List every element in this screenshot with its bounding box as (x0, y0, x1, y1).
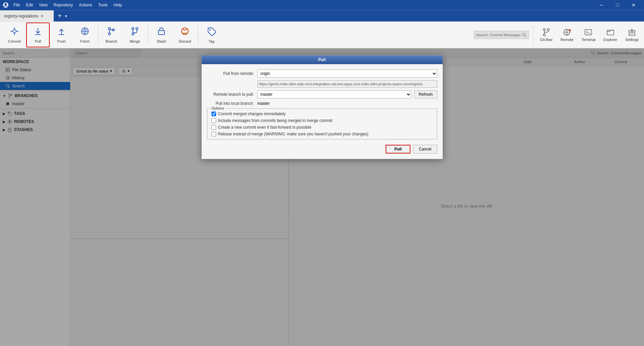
menu-edit[interactable]: Edit (23, 2, 36, 8)
branch-label: Branch (106, 39, 117, 43)
app-logo-icon (3, 2, 9, 8)
settings-button[interactable]: Settings (623, 27, 641, 43)
tag-button[interactable]: Tag (200, 23, 223, 47)
remote-button[interactable]: Remote (558, 27, 576, 43)
stash-button[interactable]: Stash (150, 23, 173, 47)
modal-title: Pull (202, 55, 443, 64)
refresh-button[interactable]: Refresh (414, 90, 437, 98)
minimize-button[interactable]: ─ (594, 0, 609, 10)
merge-button[interactable]: Merge (123, 23, 147, 47)
svg-rect-20 (158, 31, 164, 35)
remote-branch-control: master Refresh (257, 90, 437, 98)
maximize-button[interactable]: □ (610, 0, 625, 10)
local-branch-row: Pull into local branch: master (207, 101, 437, 106)
svg-point-23 (209, 29, 211, 31)
push-label: Push (57, 39, 65, 43)
remote-label: Remote (560, 38, 574, 42)
tab-dropdown-button[interactable]: ▾ (64, 14, 68, 18)
remote-select[interactable]: origin (257, 70, 437, 78)
pull-label: Pull (35, 39, 41, 43)
gitflow-button[interactable]: Git-flow (537, 27, 555, 43)
pull-from-remote-row: Pull from remote: origin (207, 70, 437, 78)
commit-button[interactable]: Commit (3, 23, 26, 47)
fetch-label: Fetch (80, 39, 90, 43)
new-tab-button[interactable]: + (56, 12, 64, 20)
svg-rect-34 (607, 30, 614, 35)
remote-url-control (257, 80, 437, 88)
pull-button[interactable]: Pull (26, 23, 50, 47)
toolbar: Commit Pull Push Fetch Branch Merge (0, 21, 644, 48)
cancel-button[interactable]: Cancel (413, 145, 437, 154)
tag-icon (207, 27, 216, 38)
settings-label: Settings (625, 38, 639, 42)
options-legend: Options (210, 106, 226, 110)
svg-point-24 (523, 33, 525, 36)
explorer-label: Explorer (603, 38, 617, 42)
menu-tools[interactable]: Tools (96, 2, 110, 8)
svg-point-31 (569, 29, 571, 31)
option3-checkbox[interactable] (211, 125, 216, 130)
stash-label: Stash (157, 39, 166, 43)
modal-overlay: Pull Pull from remote: origin (0, 48, 644, 346)
toolbar-divider-4 (533, 25, 533, 45)
discard-button[interactable]: Discard (173, 23, 197, 47)
menu-view[interactable]: View (36, 2, 50, 8)
search-commit-messages-bar: Search: Commit Messages (474, 31, 529, 39)
svg-point-18 (136, 28, 138, 30)
title-bar: File Edit View Repository Actions Tools … (0, 0, 644, 10)
menu-bar: File Edit View Repository Actions Tools … (11, 2, 125, 8)
local-branch-label: Pull into local branch: (207, 101, 257, 106)
remote-url-row (207, 80, 437, 88)
terminal-button[interactable]: Terminal (579, 27, 598, 43)
svg-point-19 (132, 33, 134, 35)
push-button[interactable]: Push (50, 23, 73, 47)
tag-label: Tag (208, 39, 214, 43)
toolbar-divider-1 (98, 25, 98, 45)
menu-actions[interactable]: Actions (76, 2, 95, 8)
svg-point-1 (5, 3, 7, 6)
pull-confirm-button[interactable]: Pull (386, 145, 410, 154)
branch-icon (107, 27, 116, 38)
menu-help[interactable]: Help (111, 2, 125, 8)
gitflow-label: Git-flow (540, 38, 552, 42)
remote-icon (563, 28, 571, 36)
option1-checkbox[interactable] (211, 112, 216, 116)
tab-name: registry-regulations (4, 14, 38, 18)
push-icon (57, 27, 66, 38)
svg-point-35 (631, 31, 633, 33)
svg-point-26 (543, 29, 545, 31)
explorer-button[interactable]: Explorer (601, 27, 620, 43)
menu-repository[interactable]: Repository (51, 2, 76, 8)
svg-point-27 (547, 29, 549, 31)
tab-close-button[interactable]: ✕ (40, 14, 44, 18)
toolbar-right: Search: Commit Messages Git-flow Remote … (474, 25, 641, 45)
svg-rect-32 (585, 30, 592, 35)
close-button[interactable]: ✕ (626, 0, 641, 10)
option2-checkbox[interactable] (211, 118, 216, 123)
svg-point-14 (108, 33, 110, 35)
pull-from-remote-control: origin (257, 70, 437, 78)
commit-label: Commit (8, 39, 21, 43)
stash-icon (157, 27, 166, 38)
remote-branch-label: Remote branch to pull: (207, 92, 257, 97)
commit-icon (10, 27, 19, 38)
modal-footer: Pull Cancel (207, 143, 437, 154)
remote-url-input (257, 80, 437, 88)
toolbar-divider-3 (198, 25, 198, 45)
fetch-button[interactable]: Fetch (73, 23, 97, 47)
option4-checkbox[interactable] (211, 132, 216, 136)
svg-point-17 (132, 28, 134, 30)
options-group: Options Commit merged changes immediatel… (207, 109, 437, 139)
option3-label: Create a new commit even if fast-forward… (218, 125, 311, 130)
tab-registry-regulations[interactable]: registry-regulations ✕ (0, 10, 54, 22)
menu-file[interactable]: File (11, 2, 22, 8)
pull-icon (33, 27, 43, 38)
remote-branch-select[interactable]: master (257, 90, 412, 98)
toolbar-divider-2 (148, 25, 148, 45)
option1-label: Commit merged changes immediately (218, 112, 286, 116)
discard-icon (180, 27, 190, 38)
window-controls: ─ □ ✕ (594, 0, 641, 10)
option-row-4: Rebase instead of merge (WARNING: make s… (211, 132, 433, 136)
branch-button[interactable]: Branch (100, 23, 123, 47)
title-bar-left: File Edit View Repository Actions Tools … (3, 2, 125, 8)
